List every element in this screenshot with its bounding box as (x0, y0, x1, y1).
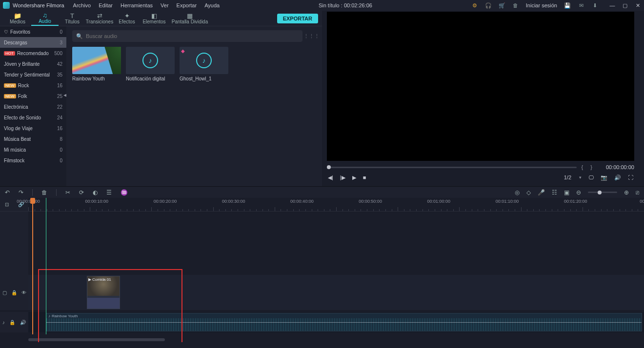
video-clip[interactable]: ▶Comida 01 (87, 276, 120, 309)
track-toggle-icon[interactable]: ▢ (2, 290, 7, 295)
stop-button[interactable]: ■ (363, 174, 366, 180)
project-title: Sin título : 00:02:26:06 (220, 2, 471, 8)
preview-quality[interactable]: 1/2 (564, 174, 571, 180)
thumb-label: Rainbow Youth (72, 76, 121, 81)
play-button[interactable]: ▶ (352, 174, 356, 181)
sidebar-item-young-bright[interactable]: Jóven y Brillante42 (0, 58, 66, 69)
menu-export[interactable]: Exportar (177, 2, 197, 8)
menu-tools[interactable]: Herramientas (121, 2, 153, 8)
search-box[interactable]: 🔍 (72, 30, 302, 42)
sidebar-item-downloads[interactable]: Descargas3 (0, 37, 66, 48)
crop-button[interactable]: ◐ (93, 189, 98, 196)
zoom-in-icon[interactable]: ⊕ (624, 189, 629, 196)
video-track-header[interactable]: ▢ 🔒 👁 (0, 275, 28, 310)
title-bar: Wondershare Filmora Archivo Editar Herra… (0, 0, 644, 11)
audio-thumb-digital-notification[interactable]: ♪ Notificación digital (126, 47, 175, 81)
fullscreen-icon[interactable]: ⛶ (628, 174, 633, 180)
adjust-button[interactable]: ☰ (106, 189, 112, 196)
zoom-slider[interactable] (588, 192, 617, 193)
audio-adjust-icon[interactable]: ♒ (121, 189, 128, 196)
chevron-down-icon[interactable]: ▾ (579, 175, 582, 180)
marker-icon[interactable]: ◇ (526, 189, 531, 196)
zoom-fit-icon[interactable]: ⎚ (636, 189, 639, 196)
prev-frame-button[interactable]: ◀| (328, 174, 333, 181)
login-link[interactable]: Iniciar sesión (526, 2, 557, 8)
sidebar-item-tender[interactable]: Tender y Sentimental35 (0, 69, 66, 80)
undo-button[interactable]: ↶ (5, 189, 10, 196)
music-track-icon[interactable]: ♪ (2, 320, 5, 325)
snapshot-icon[interactable]: 📷 (601, 174, 607, 181)
support-icon[interactable]: 🎧 (485, 2, 492, 9)
tab-effects[interactable]: ✦Efectos (113, 11, 141, 26)
sidebar-item-favorites[interactable]: ♡Favoritos0 (0, 26, 66, 37)
menu-file[interactable]: Archivo (73, 2, 91, 8)
audio-thumb-ghost-howl[interactable]: ◆♪ Ghost_Howl_1 (180, 47, 228, 81)
keyframe-icon[interactable]: ▣ (564, 189, 569, 196)
redo-button[interactable]: ↷ (19, 189, 23, 196)
audio-track-header[interactable]: ♪ 🔒 🔊 (0, 312, 28, 332)
mixer-icon[interactable]: ☷ (552, 189, 557, 196)
sidebar-item-sound-effect[interactable]: Efecto de Sonido24 (0, 112, 66, 123)
audio-level-line[interactable] (46, 322, 642, 323)
export-button[interactable]: EXPORTAR (277, 14, 318, 23)
menu-view[interactable]: Ver (161, 2, 169, 8)
fit-timeline-icon[interactable]: ⊡ (5, 202, 9, 207)
audio-track[interactable]: ♪ 🔒 🔊 ♪Rainbow Youth (0, 312, 644, 332)
monitor-icon[interactable]: 🖵 (588, 174, 594, 180)
tab-titles[interactable]: TTítulos (59, 11, 86, 26)
sidebar-item-travel-vlog[interactable]: Vlog de Viaje16 (0, 123, 66, 134)
clip-name: Rainbow Youth (52, 314, 78, 318)
delete-button[interactable]: 🗑 (41, 189, 47, 196)
menu-edit[interactable]: Editar (99, 2, 113, 8)
sidebar-item-beat-music[interactable]: Música Beat8 (0, 134, 66, 144)
settings-icon[interactable]: ⚙ (471, 2, 478, 9)
grid-toggle-icon[interactable]: ⋮⋮⋮ (306, 31, 316, 41)
tab-transitions[interactable]: ⇄Transiciones (86, 11, 113, 26)
video-track[interactable]: ▢ 🔒 👁 ▶Comida 01 (0, 275, 644, 310)
mute-icon[interactable]: 🔊 (20, 320, 26, 325)
save-icon[interactable]: 💾 (564, 2, 571, 9)
sidebar-item-recommended[interactable]: HOTRecomendado500 (0, 48, 66, 58)
timeline-ruler[interactable]: ⊡ 🔗 00:00:00:0000:00:10:0000:00:20:0000:… (0, 198, 644, 212)
trash-icon[interactable]: 🗑 (512, 2, 519, 9)
speed-button[interactable]: ⟳ (79, 189, 84, 196)
timeline-tracks[interactable]: ▢ 🔒 👁 ▶Comida 01 ♪ 🔒 🔊 ♪Rainbow Youth (0, 212, 644, 342)
menu-help[interactable]: Ayuda (204, 2, 220, 8)
lock-icon[interactable]: 🔒 (11, 290, 17, 295)
minimize-button[interactable]: — (609, 2, 616, 9)
message-icon[interactable]: ✉ (578, 2, 584, 9)
voiceover-icon[interactable]: 🎤 (538, 189, 545, 196)
sidebar-item-filmstock[interactable]: Filmstock0 (0, 155, 66, 166)
search-input[interactable] (86, 33, 299, 39)
mark-in-out[interactable]: { } (582, 164, 595, 170)
playhead-line (32, 198, 33, 334)
sidebar-item-electronic[interactable]: Electrónica22 (0, 101, 66, 112)
volume-icon[interactable]: 🔊 (614, 174, 621, 181)
timeline-toolbar: ↶ ↷ 🗑 ✂ ⟳ ◐ ☰ ♒ ◎ ◇ 🎤 ☷ ▣ ⊖ ⊕ ⎚ (0, 186, 644, 198)
play-icon: ▶ (88, 277, 91, 282)
tab-elements[interactable]: ◧Elementos (141, 11, 168, 26)
close-button[interactable]: ✕ (634, 2, 641, 9)
audio-thumb-rainbow-youth[interactable]: Rainbow Youth (72, 47, 121, 81)
play-reverse-button[interactable]: |▶ (340, 174, 345, 181)
preview-scrubber[interactable] (327, 167, 577, 168)
cut-button[interactable]: ✂ (65, 189, 70, 196)
maximize-button[interactable]: ▢ (622, 2, 628, 9)
tab-media[interactable]: 📁Medios (4, 11, 31, 26)
zoom-out-icon[interactable]: ⊖ (576, 189, 581, 196)
render-icon[interactable]: ◎ (515, 189, 520, 196)
preview-video[interactable] (327, 12, 634, 161)
audio-category-sidebar: ♡Favoritos0 Descargas3 HOTRecomendado500… (0, 26, 66, 186)
sidebar-item-folk[interactable]: NEWFolk25 (0, 91, 66, 101)
horizontal-scrollbar[interactable] (28, 338, 165, 341)
sidebar-item-rock[interactable]: NEWRock16 (0, 80, 66, 91)
sidebar-item-my-music[interactable]: Mi música0 (0, 144, 66, 155)
audio-clip[interactable]: ♪Rainbow Youth (46, 313, 642, 331)
music-note-icon: ♪ (142, 53, 158, 68)
tab-audio[interactable]: ♫Audio (31, 11, 59, 26)
eye-icon[interactable]: 👁 (21, 290, 26, 295)
tab-split-screen[interactable]: ▦Pantalla Dividida (168, 11, 212, 26)
download-icon[interactable]: ⬇ (591, 2, 598, 9)
lock-icon[interactable]: 🔒 (9, 320, 15, 325)
cart-icon[interactable]: 🛒 (499, 2, 505, 9)
